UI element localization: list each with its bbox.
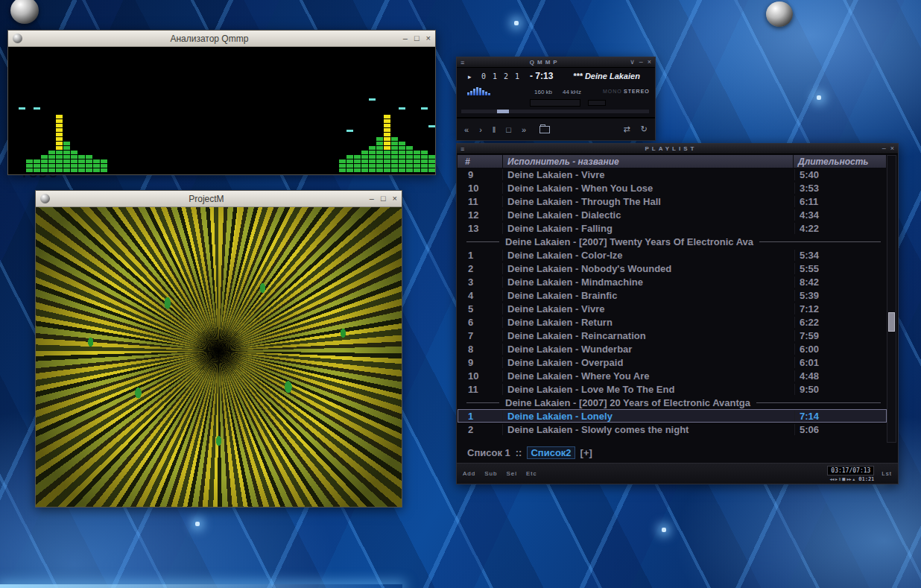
shade-button[interactable]: ∨ xyxy=(630,59,635,66)
stop-button[interactable]: □ xyxy=(506,125,511,134)
playlist-row[interactable]: 10Deine Lakaien - When You Lose3:53 xyxy=(458,181,887,195)
player-indicators[interactable]: 0 1 2 1 xyxy=(481,72,519,80)
playlist-row[interactable]: 12Deine Lakaien - Dialectic4:34 xyxy=(458,208,887,221)
analyzer-bar xyxy=(26,159,33,172)
wallpaper-glow xyxy=(662,528,666,532)
pause-button[interactable]: ‖ xyxy=(493,125,496,134)
playlist-row[interactable]: 13Deine Lakaien - Falling4:22 xyxy=(458,221,887,235)
wallpaper-glow xyxy=(195,522,200,526)
analyzer-bar xyxy=(354,154,361,172)
next-button[interactable]: » xyxy=(522,125,526,134)
volume-slider[interactable] xyxy=(530,99,580,107)
close-button[interactable]: × xyxy=(648,59,651,66)
list-button[interactable]: Lst xyxy=(882,470,892,477)
playlist-row[interactable]: 7Deine Lakaien - Reincarnation7:59 xyxy=(458,329,887,342)
projectm-visualization[interactable] xyxy=(36,207,402,507)
seek-handle[interactable] xyxy=(497,110,509,113)
minimize-button[interactable]: – xyxy=(882,145,886,152)
playlist-header: # Исполнитель - название Длительность xyxy=(458,155,886,168)
projectm-titlebar[interactable]: ProjectM – □ × xyxy=(36,191,402,207)
playlist-row[interactable]: 9Deine Lakaien - Vivre5:40 xyxy=(458,168,887,181)
minimize-button[interactable]: – xyxy=(403,34,408,42)
stereo-indicator: STEREO xyxy=(624,89,650,94)
close-button[interactable]: × xyxy=(426,34,431,42)
playlist-row[interactable]: 4Deine Lakaien - Brainfic5:39 xyxy=(458,288,887,302)
analyzer-bar xyxy=(391,136,398,172)
playlist-row[interactable]: 11Deine Lakaien - Love Me To The End9:50 xyxy=(458,382,887,396)
open-file-icon[interactable] xyxy=(539,126,550,133)
chrome-orb-icon xyxy=(10,0,39,24)
wallpaper-glow xyxy=(514,21,519,25)
tab-separator: :: xyxy=(516,447,522,458)
analyzer-bar xyxy=(93,159,100,172)
chrome-orb-icon xyxy=(766,1,793,27)
column-header-number[interactable]: # xyxy=(458,155,502,168)
balance-slider[interactable] xyxy=(588,100,606,106)
tab-playlist-1[interactable]: Список 1 xyxy=(467,447,510,458)
indicator-digit[interactable]: 0 xyxy=(481,72,486,80)
close-button[interactable]: × xyxy=(890,145,894,152)
playlist-title: PLAYLIST xyxy=(464,145,877,152)
samplerate-label: 44 kHz xyxy=(563,89,581,95)
projectm-title: ProjectM xyxy=(50,194,363,204)
sub-button[interactable]: Sub xyxy=(484,470,497,477)
qmmp-logo-icon xyxy=(40,194,50,203)
player-titlebar[interactable]: ≡ QMMP ∨ – × xyxy=(457,57,655,68)
minimize-button[interactable]: – xyxy=(370,195,374,203)
playlist-row[interactable]: 5Deine Lakaien - Vivre7:12 xyxy=(458,302,887,315)
sel-button[interactable]: Sel xyxy=(506,470,517,477)
playlist-row[interactable]: 10Deine Lakaien - Where You Are4:48 xyxy=(458,369,887,382)
playlist-row[interactable]: 3Deine Lakaien - Mindmachine8:42 xyxy=(458,275,887,288)
indicator-digit[interactable]: 1 xyxy=(493,72,497,80)
analyzer-bar xyxy=(34,159,40,172)
play-button[interactable]: › xyxy=(479,125,482,134)
time-display[interactable]: - 7:13 xyxy=(530,71,553,81)
column-header-duration[interactable]: Длительность xyxy=(794,155,886,168)
mini-visualization-icon[interactable] xyxy=(467,86,501,95)
shuffle-icon[interactable]: ⇄ xyxy=(624,124,630,134)
playlist-titlebar[interactable]: ≡ PLAYLIST – × xyxy=(457,144,898,154)
add-playlist-button[interactable]: [+] xyxy=(580,447,592,458)
playlist-bottom-bar: Add Sub Sel Etc 03:17/07:13 ◂◂ ▸ ‖ ◼ ▸▸ … xyxy=(457,463,898,484)
playlist-row[interactable]: 2Deine Lakaien - Nobody's Wounded5:55 xyxy=(458,262,887,275)
analyzer-bar xyxy=(406,145,413,172)
analyzer-bar xyxy=(56,114,63,172)
analyzer-bar xyxy=(101,159,107,172)
indicator-digit[interactable]: 2 xyxy=(504,72,508,80)
playlist-row[interactable]: 2Deine Lakaien - Slowly comes the night5… xyxy=(458,423,887,436)
analyzer-canvas[interactable] xyxy=(8,47,435,174)
add-button[interactable]: Add xyxy=(463,470,475,477)
maximize-button[interactable]: □ xyxy=(381,195,386,203)
playlist-row-selected[interactable]: 1Deine Lakaien - Lonely7:14 xyxy=(458,409,887,423)
seek-bar[interactable] xyxy=(461,110,649,113)
playlist-row[interactable]: 9Deine Lakaien - Overpaid6:01 xyxy=(458,355,887,369)
etc-button[interactable]: Etc xyxy=(526,470,537,477)
playlist-window: ≡ PLAYLIST – × # Исполнитель - название … xyxy=(456,143,899,484)
wallpaper-glow xyxy=(817,95,821,100)
minimize-button[interactable]: – xyxy=(639,59,643,66)
playlist-row[interactable]: 11Deine Lakaien - Through The Hall6:11 xyxy=(458,195,887,208)
analyzer-titlebar[interactable]: Анализатор Qmmp – □ × xyxy=(8,31,435,47)
playlist-row[interactable]: 8Deine Lakaien - Wunderbar6:00 xyxy=(458,342,887,355)
analyzer-bar xyxy=(361,150,368,172)
analyzer-bar xyxy=(376,136,383,172)
indicator-digit[interactable]: 1 xyxy=(515,72,519,80)
scrollbar-thumb[interactable] xyxy=(888,312,895,332)
analyzer-peak xyxy=(399,107,405,110)
analyzer-bar xyxy=(48,150,55,172)
column-header-title[interactable]: Исполнитель - название xyxy=(503,155,793,168)
analyzer-bar xyxy=(71,150,77,172)
playlist-group-header: Deine Lakaien - [2007] 20 Years of Elect… xyxy=(458,396,887,409)
mini-transport-icons[interactable]: ◂◂ ▸ ‖ ◼ ▸▸ ▴ xyxy=(829,476,855,482)
analyzer-bar xyxy=(339,159,346,172)
tab-playlist-2[interactable]: Список2 xyxy=(527,446,575,459)
repeat-icon[interactable]: ↻ xyxy=(641,124,648,134)
previous-button[interactable]: « xyxy=(464,125,469,134)
playlist-row[interactable]: 6Deine Lakaien - Return6:22 xyxy=(458,315,887,329)
maximize-button[interactable]: □ xyxy=(414,34,420,42)
playlist-scrollbar[interactable] xyxy=(887,155,896,443)
playlist-row[interactable]: 1Deine Lakaien - Color-Ize5:34 xyxy=(458,248,887,262)
mini-time: 01:21 xyxy=(858,476,874,482)
close-button[interactable]: × xyxy=(393,195,397,203)
analyzer-bar xyxy=(63,141,70,172)
